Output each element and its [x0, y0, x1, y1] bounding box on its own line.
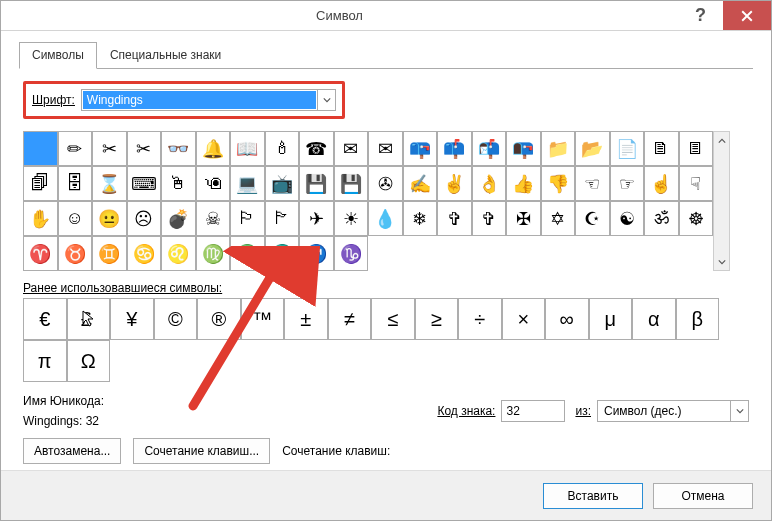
- char-cell[interactable]: 📁: [541, 131, 576, 166]
- recent-char-cell[interactable]: £: [67, 298, 111, 340]
- char-cell[interactable]: ॐ: [644, 201, 679, 236]
- char-cell[interactable]: ✏: [58, 131, 93, 166]
- char-cell[interactable]: 💣: [161, 201, 196, 236]
- char-cell[interactable]: 🖲: [196, 166, 231, 201]
- char-code-input[interactable]: [501, 400, 565, 422]
- recent-char-cell[interactable]: ©: [154, 298, 198, 340]
- recent-char-cell[interactable]: ≠: [328, 298, 372, 340]
- recent-char-cell[interactable]: ≥: [415, 298, 459, 340]
- recent-char-cell[interactable]: π: [23, 340, 67, 382]
- char-cell[interactable]: 🏳: [230, 201, 265, 236]
- cancel-button[interactable]: Отмена: [653, 483, 753, 509]
- recent-char-cell[interactable]: ≤: [371, 298, 415, 340]
- char-cell[interactable]: 📖: [230, 131, 265, 166]
- char-cell[interactable]: ☠: [196, 201, 231, 236]
- char-cell[interactable]: ✉: [334, 131, 369, 166]
- from-combobox[interactable]: Символ (дес.): [597, 400, 749, 422]
- recent-char-cell[interactable]: ®: [197, 298, 241, 340]
- insert-button[interactable]: Вставить: [543, 483, 643, 509]
- char-cell[interactable]: ♑: [334, 236, 369, 271]
- char-cell[interactable]: ♊: [92, 236, 127, 271]
- char-cell[interactable]: 📺: [265, 166, 300, 201]
- tab-special[interactable]: Специальные знаки: [97, 42, 234, 69]
- char-cell[interactable]: ☎: [299, 131, 334, 166]
- char-cell[interactable]: 🖱: [161, 166, 196, 201]
- font-combobox[interactable]: Wingdings: [81, 89, 336, 111]
- char-cell[interactable]: 🕯: [265, 131, 300, 166]
- recent-char-cell[interactable]: ±: [284, 298, 328, 340]
- char-cell[interactable]: ✞: [437, 201, 472, 236]
- char-cell[interactable]: 📪: [403, 131, 438, 166]
- char-cell[interactable]: ✉: [368, 131, 403, 166]
- char-cell[interactable]: ♍: [196, 236, 231, 271]
- char-cell[interactable]: ♈: [23, 236, 58, 271]
- char-cell[interactable]: ✋: [23, 201, 58, 236]
- char-cell[interactable]: ☯: [610, 201, 645, 236]
- char-cell[interactable]: 🗄: [58, 166, 93, 201]
- char-cell[interactable]: 📂: [575, 131, 610, 166]
- char-cell[interactable]: ✍: [403, 166, 438, 201]
- char-cell[interactable]: ☸: [679, 201, 714, 236]
- char-cell[interactable]: ✂: [127, 131, 162, 166]
- char-cell[interactable]: ☀: [334, 201, 369, 236]
- char-cell[interactable]: 💻: [230, 166, 265, 201]
- scroll-up-button[interactable]: [714, 132, 729, 149]
- char-cell[interactable]: 🏱: [265, 201, 300, 236]
- char-cell[interactable]: ☺: [58, 201, 93, 236]
- char-cell[interactable]: ☹: [127, 201, 162, 236]
- char-cell[interactable]: ♉: [58, 236, 93, 271]
- recent-char-cell[interactable]: ∞: [545, 298, 589, 340]
- recent-char-cell[interactable]: ¥: [110, 298, 154, 340]
- char-cell[interactable]: 📬: [472, 131, 507, 166]
- char-cell[interactable]: ♎: [230, 236, 265, 271]
- shortcut-key-button[interactable]: Сочетание клавиш...: [133, 438, 270, 464]
- char-cell[interactable]: 🗐: [23, 166, 58, 201]
- char-cell[interactable]: 💾: [334, 166, 369, 201]
- recent-char-cell[interactable]: α: [632, 298, 676, 340]
- char-cell[interactable]: ♏: [265, 236, 300, 271]
- char-cell[interactable]: 👎: [541, 166, 576, 201]
- close-button[interactable]: [723, 1, 771, 30]
- recent-char-cell[interactable]: Ω: [67, 340, 111, 382]
- char-cell[interactable]: 📫: [437, 131, 472, 166]
- char-cell[interactable]: 📭: [506, 131, 541, 166]
- char-cell[interactable]: ⌛: [92, 166, 127, 201]
- char-cell[interactable]: ☪: [575, 201, 610, 236]
- recent-char-cell[interactable]: ÷: [458, 298, 502, 340]
- recent-char-cell[interactable]: ×: [502, 298, 546, 340]
- char-cell[interactable]: 👌: [472, 166, 507, 201]
- help-button[interactable]: ?: [678, 1, 723, 30]
- autocorrect-button[interactable]: Автозамена...: [23, 438, 121, 464]
- char-cell[interactable]: ✌: [437, 166, 472, 201]
- scroll-down-button[interactable]: [714, 253, 729, 270]
- recent-char-cell[interactable]: €: [23, 298, 67, 340]
- char-cell[interactable]: ☞: [610, 166, 645, 201]
- char-cell[interactable]: ❄: [403, 201, 438, 236]
- char-cell[interactable]: 💧: [368, 201, 403, 236]
- recent-char-cell[interactable]: ™: [241, 298, 285, 340]
- recent-char-cell[interactable]: β: [676, 298, 720, 340]
- char-cell[interactable]: 🗎: [644, 131, 679, 166]
- char-cell[interactable]: ♌: [161, 236, 196, 271]
- char-cell[interactable]: ♋: [127, 236, 162, 271]
- from-dropdown-arrow[interactable]: [730, 401, 748, 421]
- char-cell[interactable]: ☟: [679, 166, 714, 201]
- recent-char-cell[interactable]: μ: [589, 298, 633, 340]
- char-cell[interactable]: ✂: [92, 131, 127, 166]
- font-dropdown-arrow[interactable]: [317, 90, 335, 110]
- char-cell[interactable]: ☜: [575, 166, 610, 201]
- char-cell[interactable]: ✈: [299, 201, 334, 236]
- char-cell[interactable]: ✇: [368, 166, 403, 201]
- char-cell[interactable]: 🔔: [196, 131, 231, 166]
- char-cell[interactable]: 😐: [92, 201, 127, 236]
- char-cell[interactable]: ⌨: [127, 166, 162, 201]
- tab-symbols[interactable]: Символы: [19, 42, 97, 69]
- char-cell[interactable]: 👍: [506, 166, 541, 201]
- grid-scrollbar[interactable]: [713, 131, 730, 271]
- char-cell[interactable]: ✠: [506, 201, 541, 236]
- char-cell[interactable]: 🗏: [679, 131, 714, 166]
- char-cell[interactable]: 👓: [161, 131, 196, 166]
- char-cell[interactable]: 📄: [610, 131, 645, 166]
- char-cell[interactable]: ✡: [541, 201, 576, 236]
- char-cell[interactable]: [23, 131, 58, 166]
